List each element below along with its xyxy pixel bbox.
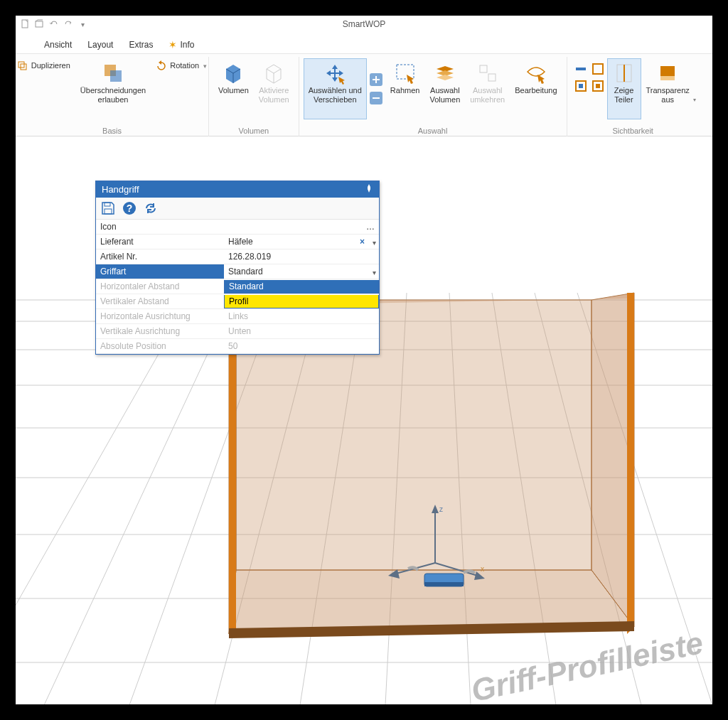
svg-text:?: ? [127, 203, 133, 214]
auswahl-umkehren-button[interactable]: Auswahl umkehren [465, 58, 510, 119]
clear-icon[interactable]: × [360, 237, 365, 247]
prop-row-abs-position: Absolute Position 50 [96, 339, 379, 354]
bearbeitung-icon [525, 62, 547, 85]
move-cursor-icon [323, 62, 346, 85]
aktiviere-volumen-button[interactable]: Aktiviere Volumen [254, 58, 294, 119]
overlap-icon [102, 62, 124, 85]
qat-open-icon[interactable] [34, 18, 46, 30]
menu-extras[interactable]: Extras [127, 37, 154, 53]
qat-undo-icon[interactable] [48, 18, 60, 30]
auswahl-umkehren-icon [476, 62, 499, 85]
svg-rect-5 [110, 70, 122, 82]
volumen-group-label: Volumen [209, 127, 299, 135]
plus-icon[interactable] [370, 73, 382, 86]
transparenz-button[interactable]: Transparenz aus ▾ [641, 58, 695, 119]
svg-rect-14 [579, 84, 583, 88]
svg-rect-20 [660, 76, 675, 80]
minus-icon[interactable] [370, 92, 382, 104]
qat-redo-icon[interactable] [63, 18, 74, 30]
ellipsis-icon[interactable]: … [366, 222, 375, 232]
menubar: Ansicht Layout Extras ✶ Info [16, 36, 712, 54]
svg-rect-1 [36, 21, 43, 27]
svg-rect-18 [623, 65, 625, 82]
prop-row-icon[interactable]: Icon … [96, 220, 379, 235]
rotation-button[interactable]: Rotation ▾ [152, 58, 210, 74]
chevron-down-icon: ▾ [693, 97, 696, 104]
bearbeitung-button[interactable]: Bearbeitung [510, 58, 562, 119]
dropdown-option-standard[interactable]: Standard [225, 280, 378, 293]
volumen-button[interactable]: Volumen [213, 58, 254, 119]
aktiviere-volumen-icon [262, 62, 285, 85]
auswahl-volumen-icon [434, 62, 456, 85]
svg-rect-49 [105, 209, 112, 214]
chevron-down-icon[interactable]: ▾ [373, 239, 376, 247]
qat-dropdown-icon[interactable]: ▾ [77, 18, 88, 30]
svg-rect-40 [229, 307, 236, 634]
vis-icon-4[interactable] [592, 80, 604, 92]
zeige-teiler-button[interactable]: Zeige Teiler [607, 58, 641, 119]
chevron-down-icon[interactable]: ▾ [373, 269, 376, 276]
ribbon: Duplizieren Überschneidungen erlauben Ro… [16, 54, 712, 136]
menu-info[interactable]: ✶ Info [167, 37, 196, 53]
vis-icon-3[interactable] [574, 80, 587, 92]
prop-row-lieferant[interactable]: Lieferant Häfele × ▾ [96, 235, 379, 249]
rahmen-button[interactable]: Rahmen [385, 58, 425, 119]
help-icon[interactable]: ? [122, 200, 137, 216]
qat-new-icon[interactable] [20, 18, 31, 30]
dropdown-option-profil[interactable]: Profil [225, 295, 378, 308]
prop-row-v-abstand: Vertikaler Abstand Profil [96, 294, 379, 309]
svg-text:x: x [481, 565, 484, 573]
rahmen-icon [394, 62, 417, 85]
panel-title: Handgriff [102, 184, 139, 195]
zeige-teiler-icon [613, 62, 636, 85]
info-star-icon: ✶ [168, 40, 177, 50]
panel-header[interactable]: Handgriff [96, 181, 379, 198]
prop-row-artikelnr[interactable]: Artikel Nr. 126.28.019 [96, 249, 379, 264]
property-table: Icon … Lieferant Häfele × ▾ Artikel Nr. … [96, 220, 379, 354]
pin-icon[interactable] [365, 184, 373, 195]
overlap-button[interactable]: Überschneidungen erlauben [75, 58, 151, 119]
menu-ansicht[interactable]: Ansicht [43, 37, 73, 53]
basis-group-label: Basis [16, 127, 208, 135]
duplicate-button[interactable]: Duplizieren [14, 58, 74, 74]
svg-rect-3 [21, 64, 26, 70]
svg-rect-2 [18, 62, 24, 68]
rotation-icon [156, 60, 167, 72]
prop-row-v-ausrichtung: Vertikale Ausrichtung Unten [96, 324, 379, 339]
prop-row-h-abstand: Horizontaler Abstand Standard [96, 279, 379, 294]
svg-rect-10 [488, 74, 496, 81]
volumen-icon [222, 62, 245, 85]
svg-rect-47 [424, 582, 464, 586]
auswahl-volumen-button[interactable]: Auswahl Volumen [424, 58, 465, 119]
refresh-icon[interactable] [143, 200, 159, 216]
svg-rect-8 [397, 65, 414, 79]
prop-row-h-ausrichtung: Horizontale Ausrichtung Links [96, 309, 379, 324]
svg-rect-19 [660, 66, 675, 76]
svg-rect-9 [480, 65, 487, 72]
svg-text:z: z [439, 505, 443, 513]
auswahl-group-label: Auswahl [299, 127, 567, 135]
chevron-down-icon: ▾ [203, 63, 207, 70]
app-title: SmartWOP [343, 19, 386, 29]
auswahlen-verschieben-button[interactable]: Auswählen und Verschieben [304, 58, 367, 119]
vis-icon-1[interactable] [574, 63, 587, 75]
duplicate-icon [17, 60, 28, 72]
sichtbarkeit-group-label: Sichtbarkeit [567, 127, 699, 135]
titlebar: ▾ SmartWOP [16, 16, 712, 36]
menu-layout[interactable]: Layout [86, 37, 114, 53]
save-icon[interactable] [100, 200, 116, 216]
property-panel: Handgriff ? Icon … Lieferant [95, 181, 380, 355]
vis-icon-2[interactable] [592, 63, 604, 75]
svg-rect-12 [593, 64, 603, 74]
svg-rect-16 [596, 84, 600, 88]
prop-row-griffart[interactable]: Griffart Standard ▾ [96, 264, 379, 279]
transparenz-icon [656, 62, 679, 85]
svg-rect-11 [576, 68, 586, 70]
